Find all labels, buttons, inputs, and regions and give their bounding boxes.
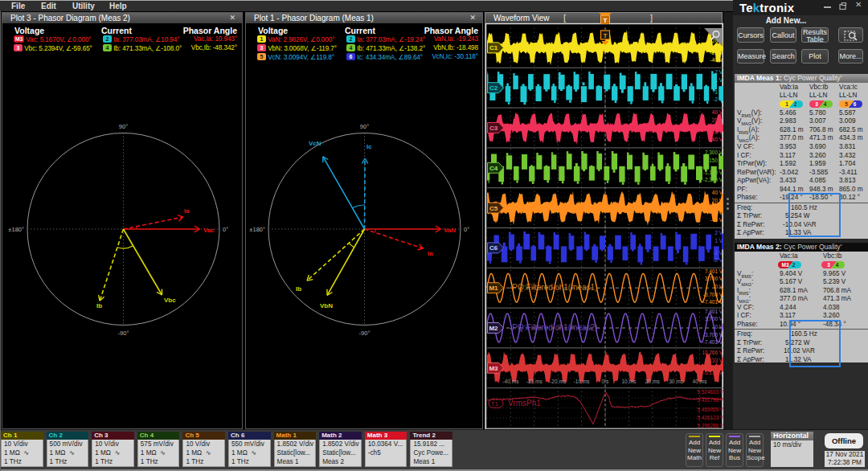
svg-text:±180°: ±180° xyxy=(8,226,24,233)
svg-text:20 ms: 20 ms xyxy=(645,379,661,384)
svg-text:Ia: Ia xyxy=(184,207,190,215)
svg-text:4: 4 xyxy=(824,101,827,107)
svg-text:30 ms: 30 ms xyxy=(669,379,684,384)
svg-text:20 V: 20 V xyxy=(712,198,723,203)
svg-text:Ic: Ic xyxy=(366,143,372,150)
svg-text:1 V: 1 V xyxy=(714,77,723,83)
svg-text:-20 V: -20 V xyxy=(710,129,723,135)
svg-text:-5.133 V: -5.133 V xyxy=(703,370,723,375)
svg-text:-40 V: -40 V xyxy=(710,137,723,142)
svg-text:-30 ms: -30 ms xyxy=(526,379,543,384)
svg-text:-40 ms: -40 ms xyxy=(502,379,519,384)
svg-text:-1,150 V: -1,150 V xyxy=(703,170,723,175)
svg-text:-1 V: -1 V xyxy=(713,250,723,256)
svg-text:2: 2 xyxy=(794,101,797,107)
svg-text:40 V: 40 V xyxy=(712,109,723,115)
svg-text:10 ms: 10 ms xyxy=(621,379,637,384)
svg-text:10.266 V: 10.266 V xyxy=(702,350,723,355)
svg-text:Ia: Ia xyxy=(428,250,433,257)
svg-text:M3: M3 xyxy=(489,365,498,372)
svg-text:5.491796 V: 5.491796 V xyxy=(697,397,723,403)
svg-text:T: T xyxy=(604,17,608,24)
svg-text:-20 V: -20 V xyxy=(710,210,723,215)
svg-text:-2 V: -2 V xyxy=(713,96,723,102)
svg-text:Ib: Ib xyxy=(296,285,301,293)
svg-text:C2: C2 xyxy=(489,84,498,92)
svg-text:VrmsPh1: VrmsPh1 xyxy=(508,399,541,408)
svg-text:-90°: -90° xyxy=(118,330,129,337)
svg-text:3: 3 xyxy=(815,101,818,107)
svg-text:0 V: 0 V xyxy=(714,284,723,289)
svg-text:2 V: 2 V xyxy=(714,69,723,75)
svg-text:1,150 V: 1,150 V xyxy=(705,158,723,163)
svg-text:C3: C3 xyxy=(489,125,498,132)
svg-text:5.524633 V: 5.524633 V xyxy=(697,389,723,395)
svg-text:M1: M1 xyxy=(489,285,498,292)
svg-text:20 V: 20 V xyxy=(712,117,723,123)
svg-text:-7.401 V: -7.401 V xyxy=(703,339,723,345)
svg-text:1: 1 xyxy=(785,101,788,107)
svg-text:4: 4 xyxy=(836,262,839,268)
svg-text:5: 5 xyxy=(845,101,848,107)
svg-text:C5: C5 xyxy=(489,205,498,212)
svg-text:40 ms: 40 ms xyxy=(693,379,708,384)
svg-text:-7.401 V: -7.401 V xyxy=(703,299,723,305)
svg-text:5.133 V: 5.133 V xyxy=(705,358,723,363)
svg-text:T: T xyxy=(604,32,608,39)
svg-text:C6: C6 xyxy=(489,244,498,252)
svg-text:-40 V: -40 V xyxy=(710,217,723,223)
svg-text:3.700 V: 3.700 V xyxy=(705,276,723,281)
svg-text:Vbc: Vbc xyxy=(164,297,176,304)
svg-text:0 V: 0 V xyxy=(714,324,723,330)
svg-text:-3.700 V: -3.700 V xyxy=(703,292,723,297)
svg-text:0°: 0° xyxy=(223,226,228,233)
svg-text:-PQ:Filtered ch1(meas1)-: -PQ:Filtered ch1(meas1)- xyxy=(510,283,600,292)
svg-text:0 s: 0 s xyxy=(602,379,609,384)
svg-text:5.459959 V: 5.459959 V xyxy=(697,407,723,412)
svg-text:-20 V: -20 V xyxy=(710,50,723,55)
svg-text:90°: 90° xyxy=(119,123,128,130)
svg-text:VbN: VbN xyxy=(320,302,333,309)
svg-text:±180°: ±180° xyxy=(249,226,265,233)
svg-text:-2,300 V: -2,300 V xyxy=(703,177,723,182)
svg-text:1 V: 1 V xyxy=(714,238,723,244)
svg-text:-10 ms: -10 ms xyxy=(574,379,591,384)
svg-text:VaN: VaN xyxy=(444,227,456,234)
svg-text:5.296286 V: 5.296286 V xyxy=(697,423,723,428)
svg-text:-40 V: -40 V xyxy=(710,57,723,63)
svg-text:C4: C4 xyxy=(489,165,498,172)
svg-text:7.401 V: 7.401 V xyxy=(705,268,723,274)
svg-text:-3.700 V: -3.700 V xyxy=(703,332,723,338)
svg-text:90°: 90° xyxy=(360,123,369,130)
svg-text:3: 3 xyxy=(827,262,830,268)
svg-text:0°: 0° xyxy=(464,226,469,233)
svg-text:3.700 V: 3.700 V xyxy=(705,316,723,322)
svg-text:5.426123 V: 5.426123 V xyxy=(697,415,723,420)
svg-text:40 V: 40 V xyxy=(712,190,723,195)
svg-text:M3: M3 xyxy=(781,262,788,268)
svg-text:M2: M2 xyxy=(489,325,498,332)
svg-text:2,300 V: 2,300 V xyxy=(705,149,723,155)
svg-text:2 V: 2 V xyxy=(714,230,723,236)
svg-text:-20 ms: -20 ms xyxy=(550,379,567,384)
svg-text:T1: T1 xyxy=(491,400,498,408)
svg-text:C1: C1 xyxy=(489,44,498,51)
svg-text:6: 6 xyxy=(854,101,857,107)
svg-text:-1 V: -1 V xyxy=(713,89,723,95)
svg-text:-90°: -90° xyxy=(359,330,371,337)
svg-text:Vac: Vac xyxy=(203,227,215,234)
svg-text:-2 V: -2 V xyxy=(713,257,723,263)
svg-text:7.401 V: 7.401 V xyxy=(705,309,723,314)
svg-text:2: 2 xyxy=(792,262,796,268)
svg-text:VcN: VcN xyxy=(309,140,321,147)
svg-text:-PQ:Filtered ch1(meas2)-: -PQ:Filtered ch1(meas2)- xyxy=(510,323,600,332)
svg-text:Ib: Ib xyxy=(96,302,102,309)
